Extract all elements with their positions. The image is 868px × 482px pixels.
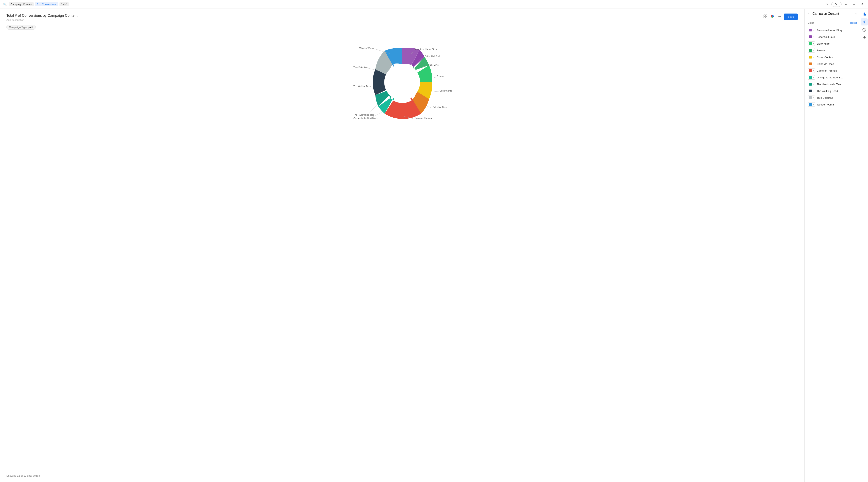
- color-section-label: Color: [808, 21, 814, 24]
- svg-point-4: [384, 64, 420, 100]
- color-item: ▾ Black Mirror: [808, 40, 857, 47]
- data-points-note: Showing 12 of 12 data points: [6, 474, 40, 477]
- right-panel: ← Campaign Content × Color Reset ▾ Ameri…: [804, 9, 860, 482]
- color-item-label: Better Call Saul: [817, 35, 835, 38]
- chevron-down-icon: ▾: [813, 42, 814, 45]
- topbar-refresh-button[interactable]: ↺: [859, 2, 865, 7]
- reset-button[interactable]: Reset: [850, 21, 857, 24]
- topbar: 🔍 Campaign Content # of Conversions 'pai…: [0, 0, 868, 9]
- tag-campaign-content[interactable]: Campaign Content: [9, 2, 34, 6]
- chevron-down-icon: ▾: [813, 97, 814, 99]
- svg-text:Coder Contest: Coder Contest: [440, 90, 452, 92]
- svg-rect-29: [863, 13, 863, 16]
- color-swatch: [809, 90, 812, 92]
- color-swatch: [809, 62, 812, 65]
- chart-type-button[interactable]: [770, 13, 775, 20]
- color-swatch: [809, 83, 812, 86]
- svg-text:The Handmaid's Tale: The Handmaid's Tale: [353, 114, 374, 116]
- content-area: Total # of Conversions by Campaign Conte…: [0, 9, 804, 482]
- filter-label: Campaign Type: [9, 26, 27, 29]
- svg-rect-1: [766, 15, 767, 16]
- panel-title: Campaign Content: [812, 12, 854, 16]
- svg-text:The Walking Dead: The Walking Dead: [353, 85, 371, 87]
- color-header: Color Reset: [808, 21, 857, 24]
- color-swatch-button[interactable]: ▾: [808, 62, 815, 66]
- chart-subtitle[interactable]: Add description: [6, 19, 78, 22]
- color-item-label: Color Me Dead: [817, 62, 834, 65]
- color-swatch: [809, 69, 812, 72]
- svg-text:Orange Is the New Black: Orange Is the New Black: [353, 117, 378, 119]
- topbar-forward-button[interactable]: →: [851, 2, 858, 7]
- info-icon-button[interactable]: [861, 26, 868, 33]
- color-item-label: Brokers: [817, 49, 826, 52]
- color-swatch: [809, 76, 812, 79]
- table-view-button[interactable]: [763, 14, 768, 20]
- chart-title: Total # of Conversions by Campaign Conte…: [6, 13, 78, 18]
- color-item-label: American Horror Story: [817, 29, 842, 32]
- color-item: ▾ Color Me Dead: [808, 60, 857, 67]
- svg-line-11: [432, 77, 436, 78]
- color-item-label: The Walking Dead: [817, 90, 838, 93]
- color-swatch: [809, 42, 812, 45]
- color-item-label: Black Mirror: [817, 42, 830, 45]
- color-item-label: Orange Is the New Bl...: [817, 76, 843, 79]
- svg-rect-3: [766, 17, 767, 18]
- panel-back-button[interactable]: ←: [808, 12, 811, 16]
- color-swatch-button[interactable]: ▾: [808, 95, 815, 100]
- svg-rect-2: [764, 17, 765, 18]
- svg-text:American Horror Story: American Horror Story: [415, 48, 437, 50]
- chevron-down-icon: ▾: [813, 103, 814, 106]
- color-item: ▾ True Detective: [808, 94, 857, 101]
- color-item: ▾ Better Call Saul: [808, 33, 857, 40]
- color-item: ▾ Wonder Woman: [808, 101, 857, 108]
- color-swatch-button[interactable]: ▾: [808, 48, 815, 53]
- color-item-label: True Detective: [817, 96, 833, 99]
- svg-text:Black Mirror: Black Mirror: [428, 64, 439, 66]
- color-swatch-button[interactable]: ▾: [808, 28, 815, 32]
- color-item: ▾ American Horror Story: [808, 27, 857, 33]
- chevron-down-icon: ▾: [813, 77, 814, 79]
- color-item: ▾ Brokers: [808, 47, 857, 54]
- color-swatch-button[interactable]: ▾: [808, 68, 815, 73]
- save-button[interactable]: Save: [784, 13, 798, 20]
- svg-text:Better Call Saul: Better Call Saul: [425, 55, 440, 57]
- color-swatch-button[interactable]: ▾: [808, 89, 815, 93]
- tag-conversions[interactable]: # of Conversions: [35, 2, 58, 6]
- svg-rect-0: [764, 15, 765, 16]
- topbar-go-button[interactable]: Go: [831, 2, 841, 7]
- more-options-button[interactable]: •••: [777, 14, 782, 20]
- topbar-close-button[interactable]: ×: [826, 3, 828, 6]
- chevron-down-icon: ▾: [813, 83, 814, 85]
- chevron-down-icon: ▾: [813, 36, 814, 38]
- svg-text:Brokers: Brokers: [437, 75, 444, 78]
- svg-text:Color Me Dead: Color Me Dead: [433, 106, 447, 108]
- color-swatch-button[interactable]: ▾: [808, 41, 815, 46]
- filter-tag: Campaign Type paid: [6, 25, 36, 30]
- chevron-down-icon: ▾: [813, 49, 814, 52]
- chevron-down-icon: ▾: [813, 29, 814, 31]
- color-item: ▾ Orange Is the New Bl...: [808, 74, 857, 81]
- color-swatch-button[interactable]: ▾: [808, 75, 815, 80]
- chevron-down-icon: ▾: [813, 90, 814, 92]
- svg-rect-30: [864, 12, 865, 16]
- donut-chart: American Horror Story Better Call Saul B…: [352, 36, 452, 128]
- svg-text:True Detective: True Detective: [353, 66, 368, 68]
- svg-text:Game of Thrones: Game of Thrones: [415, 117, 432, 119]
- filter-value: paid: [28, 26, 33, 29]
- panel-close-button[interactable]: ×: [855, 12, 857, 16]
- color-swatch: [809, 96, 812, 99]
- chevron-down-icon: ▾: [813, 56, 814, 58]
- color-swatch-button[interactable]: ▾: [808, 82, 815, 86]
- panel-header: ← Campaign Content ×: [805, 9, 860, 19]
- tag-paid[interactable]: 'paid': [60, 2, 69, 6]
- color-item-label: The Handmaid's Tale: [817, 83, 841, 86]
- gear-icon-button[interactable]: [861, 18, 868, 26]
- color-swatch-button[interactable]: ▾: [808, 102, 815, 107]
- color-swatch-button[interactable]: ▾: [808, 35, 815, 39]
- color-swatch-button[interactable]: ▾: [808, 55, 815, 59]
- bar-chart-icon-button[interactable]: [861, 10, 868, 18]
- bolt-icon-button[interactable]: [861, 34, 868, 41]
- chart-header: Total # of Conversions by Campaign Conte…: [6, 13, 798, 22]
- topbar-back-button[interactable]: ←: [843, 2, 849, 7]
- color-item: ▾ The Handmaid's Tale: [808, 81, 857, 88]
